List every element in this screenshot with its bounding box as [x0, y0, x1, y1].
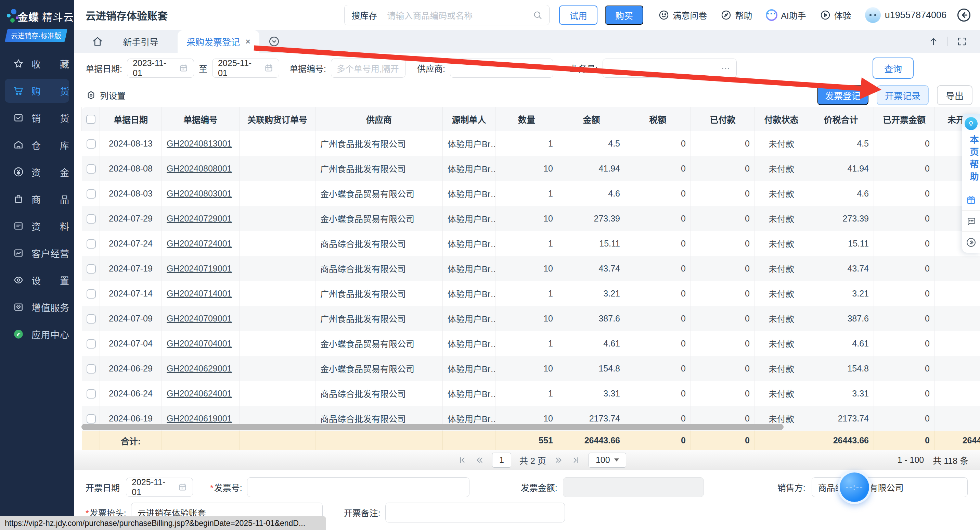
select-all-header[interactable] [82, 107, 100, 131]
select-all-checkbox[interactable] [86, 115, 95, 124]
row-checkbox[interactable] [87, 289, 96, 299]
page-help-label[interactable]: 本页帮助 [962, 135, 980, 184]
bill-no-link[interactable]: GH20240619001 [167, 413, 232, 423]
invoice-date-input[interactable]: 2025-11-01 [126, 477, 193, 497]
bill-no-link[interactable]: GH20240714001 [167, 289, 232, 298]
experience-menu-item[interactable]: 体验 [820, 9, 851, 21]
col-date: 单据日期 [100, 107, 162, 131]
scroll-top-icon[interactable] [928, 36, 939, 46]
last-page-icon[interactable] [571, 456, 580, 465]
cell-uninvoiced [935, 356, 980, 381]
cell-uninvoiced [935, 256, 980, 281]
bill-no-link[interactable]: GH20240803001 [167, 188, 232, 198]
calendar-icon[interactable] [178, 482, 187, 492]
row-checkbox[interactable] [87, 389, 96, 399]
prev-page-icon[interactable] [475, 456, 484, 465]
trial-button[interactable]: 试用 [559, 5, 597, 25]
user-menu[interactable]: u19557874006 [865, 7, 947, 23]
cell-paid: 0 [691, 156, 755, 181]
inventory-search-input[interactable]: 搜库存 请输入商品编码或名称 [344, 5, 550, 26]
sidebar-item-sales[interactable]: 销货 [5, 106, 69, 130]
lightbulb-icon[interactable] [965, 117, 978, 130]
sidebar-item-cart[interactable]: 购货 [5, 79, 69, 103]
row-checkbox[interactable] [87, 414, 96, 423]
horizontal-scrollbar[interactable] [81, 424, 784, 430]
export-button[interactable]: 导出 [937, 85, 972, 105]
home-tab-icon[interactable] [92, 36, 103, 47]
cell-qty: 1 [495, 281, 558, 306]
sidebar-item-customer[interactable]: 客户经营 [5, 241, 69, 265]
invoice-register-button[interactable]: 发票登记 [817, 85, 869, 105]
feedback-chat-icon[interactable] [962, 210, 980, 231]
floating-assistant-widget[interactable]: --:-- [838, 471, 871, 504]
sidebar-item-archive[interactable]: 资料 [5, 214, 69, 238]
cell-bill-no: GH20240709001 [162, 306, 240, 331]
remark-input[interactable] [385, 503, 565, 522]
bill-no-link[interactable]: GH20240719001 [167, 263, 232, 273]
cell-tax: 0 [625, 356, 691, 381]
page-number-input[interactable]: 1 [492, 453, 511, 468]
supplier-input[interactable]: ⋯ [450, 59, 553, 78]
bill-no-link[interactable]: GH20240704001 [167, 338, 232, 348]
bill-no-input[interactable]: 多个单号用,隔开 [331, 59, 406, 78]
buy-button[interactable]: 购买 [605, 5, 643, 25]
sidebar-item-star[interactable]: 收藏 [5, 52, 69, 76]
date-to-input[interactable]: 2025-11-01 [212, 59, 279, 78]
bill-no-link[interactable]: GH20240729001 [167, 214, 232, 223]
next-page-icon[interactable] [554, 456, 563, 465]
page-size-select[interactable]: 100 [589, 453, 626, 468]
row-checkbox[interactable] [87, 364, 96, 374]
salesman-picker-icon[interactable]: ⋯ [721, 63, 731, 73]
cell-amount: 41.94 [558, 156, 625, 181]
cell-paid: 0 [691, 181, 755, 206]
calendar-icon[interactable] [179, 63, 188, 73]
seller-input[interactable]: 商品综合批发有限公司 [811, 477, 968, 497]
bill-no-link[interactable]: GH20240629001 [167, 364, 232, 373]
sidebar-item-settings[interactable]: 设置 [5, 268, 69, 292]
date-from-input[interactable]: 2023-11-01 [127, 59, 194, 78]
pagination-bar: 1 共 2 页 100 1 - 100 共 118 条 [74, 450, 980, 470]
tab-list-dropdown-icon[interactable] [268, 36, 280, 47]
row-checkbox[interactable] [87, 239, 96, 249]
invoice-no-input[interactable] [247, 477, 469, 497]
first-page-icon[interactable] [458, 456, 467, 465]
row-checkbox[interactable] [87, 164, 96, 174]
back-icon[interactable] [957, 8, 971, 22]
gift-icon[interactable] [962, 189, 980, 210]
bill-no-link[interactable]: GH20240808001 [167, 164, 232, 173]
fullscreen-icon[interactable] [957, 36, 967, 46]
ai-assistant-menu-item[interactable]: AI助手 [766, 9, 806, 21]
row-checkbox[interactable] [87, 139, 96, 148]
row-checkbox[interactable] [87, 189, 96, 199]
tab-guide[interactable]: 新手引导 [123, 35, 158, 48]
cell-total: 3.31 [808, 381, 874, 406]
sidebar-item-funds[interactable]: 资金 [5, 160, 69, 184]
sidebar-item-appcenter[interactable]: 应用中心 [5, 322, 69, 346]
salesman-input[interactable]: ⋯ [603, 59, 737, 78]
search-icon[interactable] [533, 10, 542, 20]
summary-paid: 0 [691, 431, 755, 450]
row-checkbox[interactable] [87, 339, 96, 348]
tab-purchase-invoice[interactable]: 采购发票登记 × [178, 30, 259, 53]
summary-invoiced: 0 [874, 431, 935, 450]
invoice-records-button[interactable]: 开票记录 [877, 85, 929, 105]
calendar-icon[interactable] [264, 63, 274, 73]
row-checkbox[interactable] [87, 314, 96, 324]
supplier-picker-icon[interactable]: ⋯ [538, 63, 547, 73]
column-settings-button[interactable]: 列设置 [86, 89, 126, 101]
sidebar-item-vas[interactable]: 增值服务 [5, 295, 69, 319]
sidebar-item-goods[interactable]: 商品 [5, 187, 69, 211]
sidebar-item-warehouse[interactable]: 仓库 [5, 133, 69, 157]
collapse-panel-chevrons-icon[interactable] [962, 231, 980, 253]
bill-no-link[interactable]: GH20240724001 [167, 239, 232, 248]
help-menu-item[interactable]: 帮助 [721, 9, 752, 21]
tab-close-icon[interactable]: × [245, 36, 250, 47]
bill-no-link[interactable]: GH20240709001 [167, 314, 232, 323]
bill-no-link[interactable]: GH20240813001 [167, 139, 232, 148]
query-button[interactable]: 查询 [873, 57, 914, 79]
row-checkbox[interactable] [87, 264, 96, 273]
bill-no-link[interactable]: GH20240624001 [167, 389, 232, 398]
row-checkbox[interactable] [87, 214, 96, 223]
col-creator: 源制单人 [443, 107, 495, 131]
survey-menu-item[interactable]: 满意问卷 [659, 9, 707, 21]
